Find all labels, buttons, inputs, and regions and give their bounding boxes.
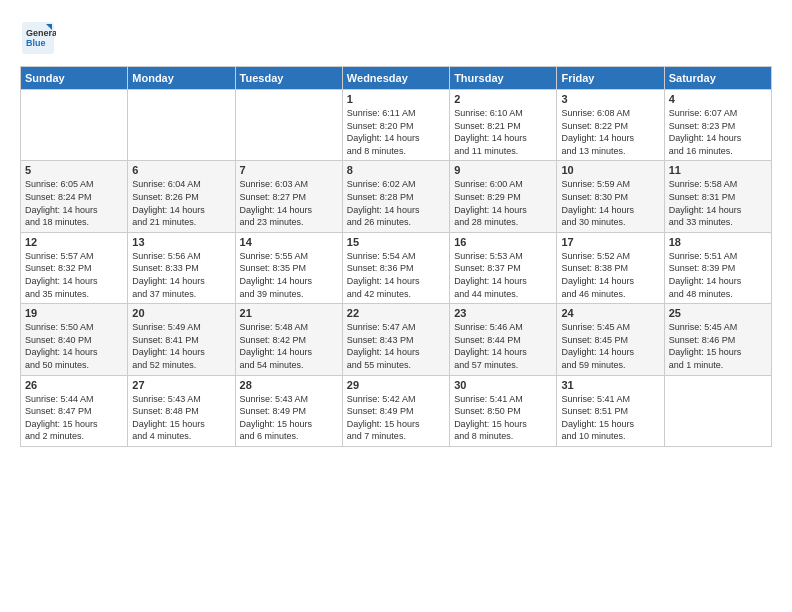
svg-text:Blue: Blue [26, 38, 46, 48]
day-number: 7 [240, 164, 338, 176]
calendar-cell: 24Sunrise: 5:45 AM Sunset: 8:45 PM Dayli… [557, 304, 664, 375]
calendar-cell: 28Sunrise: 5:43 AM Sunset: 8:49 PM Dayli… [235, 375, 342, 446]
day-number: 12 [25, 236, 123, 248]
weekday-header-monday: Monday [128, 67, 235, 90]
day-number: 29 [347, 379, 445, 391]
day-info: Sunrise: 5:41 AM Sunset: 8:50 PM Dayligh… [454, 393, 552, 443]
calendar-cell [235, 90, 342, 161]
calendar-cell: 23Sunrise: 5:46 AM Sunset: 8:44 PM Dayli… [450, 304, 557, 375]
day-number: 26 [25, 379, 123, 391]
calendar-cell: 2Sunrise: 6:10 AM Sunset: 8:21 PM Daylig… [450, 90, 557, 161]
day-number: 18 [669, 236, 767, 248]
day-info: Sunrise: 5:52 AM Sunset: 8:38 PM Dayligh… [561, 250, 659, 300]
day-number: 21 [240, 307, 338, 319]
day-info: Sunrise: 5:43 AM Sunset: 8:48 PM Dayligh… [132, 393, 230, 443]
calendar-cell: 18Sunrise: 5:51 AM Sunset: 8:39 PM Dayli… [664, 232, 771, 303]
page-header: General Blue [20, 20, 772, 56]
day-number: 8 [347, 164, 445, 176]
calendar-cell: 12Sunrise: 5:57 AM Sunset: 8:32 PM Dayli… [21, 232, 128, 303]
day-info: Sunrise: 5:43 AM Sunset: 8:49 PM Dayligh… [240, 393, 338, 443]
calendar-cell: 7Sunrise: 6:03 AM Sunset: 8:27 PM Daylig… [235, 161, 342, 232]
calendar-cell: 20Sunrise: 5:49 AM Sunset: 8:41 PM Dayli… [128, 304, 235, 375]
calendar-week-1: 1Sunrise: 6:11 AM Sunset: 8:20 PM Daylig… [21, 90, 772, 161]
calendar-week-2: 5Sunrise: 6:05 AM Sunset: 8:24 PM Daylig… [21, 161, 772, 232]
day-info: Sunrise: 5:44 AM Sunset: 8:47 PM Dayligh… [25, 393, 123, 443]
day-info: Sunrise: 5:45 AM Sunset: 8:45 PM Dayligh… [561, 321, 659, 371]
weekday-header-tuesday: Tuesday [235, 67, 342, 90]
calendar-cell: 14Sunrise: 5:55 AM Sunset: 8:35 PM Dayli… [235, 232, 342, 303]
calendar-cell: 16Sunrise: 5:53 AM Sunset: 8:37 PM Dayli… [450, 232, 557, 303]
calendar-cell: 25Sunrise: 5:45 AM Sunset: 8:46 PM Dayli… [664, 304, 771, 375]
calendar-cell: 11Sunrise: 5:58 AM Sunset: 8:31 PM Dayli… [664, 161, 771, 232]
calendar-cell: 31Sunrise: 5:41 AM Sunset: 8:51 PM Dayli… [557, 375, 664, 446]
day-info: Sunrise: 5:46 AM Sunset: 8:44 PM Dayligh… [454, 321, 552, 371]
day-info: Sunrise: 5:50 AM Sunset: 8:40 PM Dayligh… [25, 321, 123, 371]
calendar-cell: 3Sunrise: 6:08 AM Sunset: 8:22 PM Daylig… [557, 90, 664, 161]
calendar-cell: 8Sunrise: 6:02 AM Sunset: 8:28 PM Daylig… [342, 161, 449, 232]
day-number: 31 [561, 379, 659, 391]
weekday-header-saturday: Saturday [664, 67, 771, 90]
calendar-cell [21, 90, 128, 161]
calendar-cell: 26Sunrise: 5:44 AM Sunset: 8:47 PM Dayli… [21, 375, 128, 446]
day-number: 2 [454, 93, 552, 105]
day-number: 13 [132, 236, 230, 248]
day-info: Sunrise: 5:49 AM Sunset: 8:41 PM Dayligh… [132, 321, 230, 371]
weekday-header-row: SundayMondayTuesdayWednesdayThursdayFrid… [21, 67, 772, 90]
day-info: Sunrise: 5:57 AM Sunset: 8:32 PM Dayligh… [25, 250, 123, 300]
logo-icon: General Blue [20, 20, 56, 56]
day-info: Sunrise: 6:04 AM Sunset: 8:26 PM Dayligh… [132, 178, 230, 228]
weekday-header-sunday: Sunday [21, 67, 128, 90]
calendar-cell: 15Sunrise: 5:54 AM Sunset: 8:36 PM Dayli… [342, 232, 449, 303]
calendar-cell: 1Sunrise: 6:11 AM Sunset: 8:20 PM Daylig… [342, 90, 449, 161]
weekday-header-thursday: Thursday [450, 67, 557, 90]
day-number: 9 [454, 164, 552, 176]
day-info: Sunrise: 6:08 AM Sunset: 8:22 PM Dayligh… [561, 107, 659, 157]
calendar-cell: 30Sunrise: 5:41 AM Sunset: 8:50 PM Dayli… [450, 375, 557, 446]
calendar-week-5: 26Sunrise: 5:44 AM Sunset: 8:47 PM Dayli… [21, 375, 772, 446]
day-info: Sunrise: 5:55 AM Sunset: 8:35 PM Dayligh… [240, 250, 338, 300]
day-info: Sunrise: 5:53 AM Sunset: 8:37 PM Dayligh… [454, 250, 552, 300]
day-number: 10 [561, 164, 659, 176]
day-number: 30 [454, 379, 552, 391]
day-number: 14 [240, 236, 338, 248]
day-number: 1 [347, 93, 445, 105]
day-info: Sunrise: 6:00 AM Sunset: 8:29 PM Dayligh… [454, 178, 552, 228]
day-info: Sunrise: 5:45 AM Sunset: 8:46 PM Dayligh… [669, 321, 767, 371]
calendar-week-4: 19Sunrise: 5:50 AM Sunset: 8:40 PM Dayli… [21, 304, 772, 375]
day-info: Sunrise: 6:02 AM Sunset: 8:28 PM Dayligh… [347, 178, 445, 228]
calendar-cell: 10Sunrise: 5:59 AM Sunset: 8:30 PM Dayli… [557, 161, 664, 232]
day-info: Sunrise: 5:59 AM Sunset: 8:30 PM Dayligh… [561, 178, 659, 228]
day-number: 11 [669, 164, 767, 176]
calendar-cell: 27Sunrise: 5:43 AM Sunset: 8:48 PM Dayli… [128, 375, 235, 446]
day-number: 25 [669, 307, 767, 319]
day-info: Sunrise: 6:03 AM Sunset: 8:27 PM Dayligh… [240, 178, 338, 228]
day-info: Sunrise: 5:54 AM Sunset: 8:36 PM Dayligh… [347, 250, 445, 300]
day-info: Sunrise: 6:10 AM Sunset: 8:21 PM Dayligh… [454, 107, 552, 157]
calendar-cell: 19Sunrise: 5:50 AM Sunset: 8:40 PM Dayli… [21, 304, 128, 375]
day-info: Sunrise: 6:07 AM Sunset: 8:23 PM Dayligh… [669, 107, 767, 157]
day-number: 17 [561, 236, 659, 248]
calendar: SundayMondayTuesdayWednesdayThursdayFrid… [20, 66, 772, 447]
calendar-cell: 5Sunrise: 6:05 AM Sunset: 8:24 PM Daylig… [21, 161, 128, 232]
calendar-cell: 22Sunrise: 5:47 AM Sunset: 8:43 PM Dayli… [342, 304, 449, 375]
day-info: Sunrise: 6:11 AM Sunset: 8:20 PM Dayligh… [347, 107, 445, 157]
day-number: 28 [240, 379, 338, 391]
day-info: Sunrise: 5:51 AM Sunset: 8:39 PM Dayligh… [669, 250, 767, 300]
calendar-cell: 6Sunrise: 6:04 AM Sunset: 8:26 PM Daylig… [128, 161, 235, 232]
day-info: Sunrise: 5:48 AM Sunset: 8:42 PM Dayligh… [240, 321, 338, 371]
logo: General Blue [20, 20, 56, 56]
day-number: 20 [132, 307, 230, 319]
day-number: 6 [132, 164, 230, 176]
day-number: 24 [561, 307, 659, 319]
day-info: Sunrise: 6:05 AM Sunset: 8:24 PM Dayligh… [25, 178, 123, 228]
weekday-header-wednesday: Wednesday [342, 67, 449, 90]
weekday-header-friday: Friday [557, 67, 664, 90]
calendar-cell: 17Sunrise: 5:52 AM Sunset: 8:38 PM Dayli… [557, 232, 664, 303]
calendar-cell: 29Sunrise: 5:42 AM Sunset: 8:49 PM Dayli… [342, 375, 449, 446]
calendar-cell [128, 90, 235, 161]
calendar-cell: 4Sunrise: 6:07 AM Sunset: 8:23 PM Daylig… [664, 90, 771, 161]
day-number: 19 [25, 307, 123, 319]
day-number: 15 [347, 236, 445, 248]
day-info: Sunrise: 5:41 AM Sunset: 8:51 PM Dayligh… [561, 393, 659, 443]
calendar-cell: 9Sunrise: 6:00 AM Sunset: 8:29 PM Daylig… [450, 161, 557, 232]
